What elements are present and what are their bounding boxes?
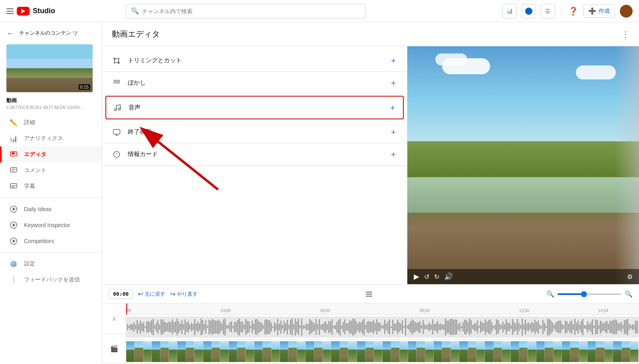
waveform-bar	[162, 319, 163, 334]
back-button[interactable]: ←	[6, 29, 14, 38]
waveform-bar	[509, 322, 510, 331]
waveform-bar	[456, 320, 457, 334]
trim-panel[interactable]: トリミングとカット ＋	[102, 49, 407, 72]
help-icon[interactable]: ❓	[568, 6, 578, 16]
circle-icon-btn[interactable]	[522, 4, 536, 18]
waveform-bar	[293, 324, 294, 330]
audio-panel[interactable]: 音声 ＋	[105, 96, 404, 119]
waveform-bar	[609, 320, 611, 333]
film-frame	[254, 341, 263, 362]
waveform-bar	[236, 322, 237, 332]
waveform-bar	[541, 326, 542, 328]
sidebar-item-competitors[interactable]: Competitors	[0, 233, 102, 249]
film-frame	[442, 341, 450, 362]
film-frame	[177, 341, 186, 362]
volume-button[interactable]: 🔊	[444, 272, 453, 281]
play-button[interactable]: ▶	[414, 272, 419, 281]
waveform-bar	[442, 324, 443, 329]
waveform-bar	[386, 324, 387, 330]
waveform-bar	[215, 320, 216, 334]
blur-panel[interactable]: ぼかし ＋	[102, 72, 407, 94]
sidebar-item-keyword-inspector[interactable]: Keyword Inspector	[0, 217, 102, 233]
menu-icon-btn[interactable]: ☰	[541, 4, 555, 18]
film-frame	[212, 341, 220, 362]
waveform-bar	[464, 320, 465, 334]
waveform-bar	[510, 325, 512, 329]
info-cards-add-button[interactable]: ＋	[389, 149, 397, 160]
sidebar-item-editor[interactable]: エディタ	[0, 146, 102, 162]
waveform-bar	[486, 322, 488, 332]
settings-label: 設定	[24, 260, 35, 267]
waveform-bar	[371, 321, 373, 332]
waveform-bar	[381, 325, 382, 328]
svg-point-24	[117, 81, 119, 82]
svg-line-40	[158, 142, 218, 190]
competitors-icon	[10, 237, 18, 245]
user-avatar[interactable]	[620, 5, 633, 18]
trim-add-button[interactable]: ＋	[389, 55, 397, 66]
waveform-bar	[585, 325, 587, 329]
waveform-bar	[632, 324, 633, 330]
blur-add-button[interactable]: ＋	[389, 77, 397, 88]
waveform-bar	[392, 320, 393, 334]
sidebar-item-details[interactable]: ✏️ 詳細	[0, 115, 102, 131]
more-options-button[interactable]: ⋮	[621, 30, 629, 39]
waveform-bar	[145, 326, 146, 328]
film-frame	[288, 341, 297, 362]
waveform-bar	[571, 320, 572, 334]
waveform-bar	[474, 323, 475, 331]
playhead[interactable]	[126, 304, 127, 315]
waveform-bar	[245, 319, 246, 335]
film-frame	[408, 341, 417, 362]
zoom-in-icon[interactable]: 🔍	[625, 290, 633, 298]
video-track-label: 🎬	[102, 334, 126, 364]
waveform-bar	[335, 325, 336, 329]
waveform-bar	[309, 319, 310, 335]
sidebar-item-comments[interactable]: コメント	[0, 162, 102, 178]
daily-ideas-icon	[10, 205, 18, 213]
film-frame	[314, 341, 323, 362]
svg-point-23	[116, 81, 117, 82]
waveform-bar	[292, 318, 293, 335]
waveform-bar	[598, 325, 599, 329]
waveform-bar	[493, 326, 494, 328]
undo-icon: ↩	[138, 290, 143, 298]
audio-add-button[interactable]: ＋	[389, 102, 397, 113]
film-frame	[400, 341, 408, 362]
hamburger-menu-icon[interactable]	[6, 8, 14, 14]
waveform-bar	[394, 324, 395, 330]
sidebar-item-feedback[interactable]: ❕ フィードバックを送信	[0, 272, 102, 288]
waveform-bar	[625, 320, 627, 334]
editor-main: トリミングとカット ＋ ぼかし ＋	[102, 46, 639, 284]
waveform-bar	[367, 322, 368, 332]
rewind-button[interactable]: ↺	[424, 273, 429, 281]
waveform-bar	[566, 321, 568, 333]
forward-button[interactable]: ↻	[434, 273, 439, 281]
waveform-bar	[328, 321, 329, 333]
search-input[interactable]	[142, 8, 360, 14]
redo-button[interactable]: ↪ やり直す	[170, 290, 198, 298]
timeline-tracks: 00:00 03:00 06:00 09:00 12:00 14:18	[126, 304, 639, 364]
sidebar-item-settings[interactable]: ⚙️ 設定	[0, 256, 102, 272]
waveform-bar	[191, 323, 192, 331]
waveform-bar	[478, 326, 480, 328]
waveform-bar	[154, 325, 155, 329]
waveform-bar	[333, 326, 334, 328]
preview-settings-button[interactable]: ⚙	[627, 273, 633, 281]
film-frame	[272, 341, 280, 362]
create-button[interactable]: ➕ 作成	[583, 4, 615, 18]
film-frame	[596, 341, 604, 362]
analytics-icon-btn[interactable]: 📊	[502, 4, 517, 18]
timeline-menu-icon[interactable]	[366, 292, 372, 297]
zoom-slider[interactable]	[558, 293, 621, 295]
waveform-bar	[466, 320, 467, 334]
film-frame	[383, 341, 391, 362]
comments-label: コメント	[24, 167, 46, 174]
zoom-out-icon[interactable]: 🔍	[546, 290, 554, 298]
sidebar-item-analytics[interactable]: 📊 アナリティクス	[0, 131, 102, 146]
waveform-bar	[331, 319, 333, 335]
sidebar-item-daily-ideas[interactable]: Daily Ideas	[0, 201, 102, 217]
end-screen-add-button[interactable]: ＋	[389, 127, 397, 137]
sidebar-item-subtitles[interactable]: 字幕	[0, 178, 102, 194]
undo-button[interactable]: ↩ 元に戻す	[138, 290, 165, 298]
